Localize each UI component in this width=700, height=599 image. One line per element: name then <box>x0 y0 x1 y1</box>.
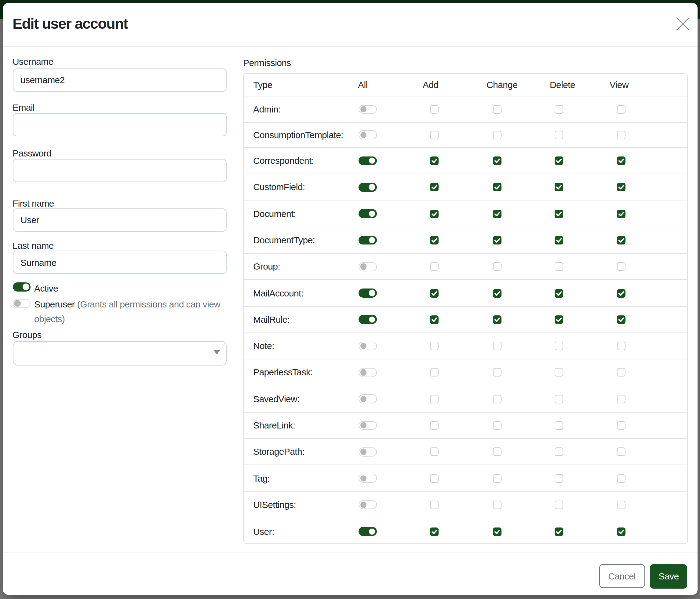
permission-delete-checkbox[interactable] <box>555 474 563 483</box>
permission-view-checkbox[interactable] <box>617 209 625 218</box>
permission-change-checkbox[interactable] <box>493 421 501 430</box>
permission-delete-checkbox[interactable] <box>555 209 563 218</box>
permission-delete-checkbox[interactable] <box>555 527 563 536</box>
permission-all-toggle[interactable] <box>358 315 377 324</box>
permission-view-checkbox[interactable] <box>617 183 625 192</box>
close-button[interactable] <box>676 18 690 31</box>
permission-all-toggle[interactable] <box>358 448 377 457</box>
permission-add-checkbox[interactable] <box>430 236 439 244</box>
permission-add-checkbox[interactable] <box>430 157 439 165</box>
permission-change-checkbox[interactable] <box>493 262 501 271</box>
permission-delete-checkbox[interactable] <box>555 315 563 324</box>
permission-type: ShareLink: <box>253 418 295 433</box>
permission-view-checkbox[interactable] <box>617 421 625 430</box>
permission-view-checkbox[interactable] <box>617 289 625 297</box>
permission-change-checkbox[interactable] <box>493 183 501 192</box>
permission-view-checkbox[interactable] <box>617 527 625 536</box>
superuser-toggle[interactable] <box>12 299 30 308</box>
permission-add-checkbox[interactable] <box>430 394 439 403</box>
permission-delete-checkbox[interactable] <box>555 236 563 244</box>
permission-delete-checkbox[interactable] <box>555 368 563 377</box>
modal-title: Edit user account <box>12 13 128 35</box>
permission-change-checkbox[interactable] <box>493 527 501 536</box>
permission-delete-checkbox[interactable] <box>555 394 563 403</box>
permission-all-toggle[interactable] <box>358 236 377 245</box>
permission-add-checkbox[interactable] <box>430 421 439 430</box>
permission-all-toggle[interactable] <box>358 209 377 218</box>
permission-change-checkbox[interactable] <box>493 315 501 324</box>
groups-select[interactable] <box>12 341 226 365</box>
permission-delete-checkbox[interactable] <box>555 183 563 192</box>
permission-change-checkbox[interactable] <box>493 342 501 350</box>
permission-add-checkbox[interactable] <box>430 183 439 192</box>
permission-view-checkbox[interactable] <box>617 105 625 114</box>
check-icon <box>617 236 625 244</box>
permission-delete-checkbox[interactable] <box>555 131 563 139</box>
save-button[interactable]: Save <box>650 564 688 588</box>
permission-delete-checkbox[interactable] <box>555 448 563 456</box>
permission-change-checkbox[interactable] <box>493 501 501 509</box>
last-name-input[interactable] <box>12 250 226 274</box>
permission-view-checkbox[interactable] <box>617 315 625 324</box>
permission-add-checkbox[interactable] <box>430 209 439 218</box>
permission-add-checkbox[interactable] <box>430 315 439 324</box>
permission-add-checkbox[interactable] <box>430 262 439 271</box>
permission-delete-checkbox[interactable] <box>555 262 563 271</box>
permission-add-checkbox[interactable] <box>430 368 439 377</box>
permission-all-toggle[interactable] <box>358 474 377 483</box>
username-input[interactable] <box>12 68 226 92</box>
permission-change-checkbox[interactable] <box>493 289 501 297</box>
permission-type: MailRule: <box>253 312 290 327</box>
permission-add-checkbox[interactable] <box>430 448 439 456</box>
permission-add-checkbox[interactable] <box>430 527 439 536</box>
permission-view-checkbox[interactable] <box>617 157 625 165</box>
permission-all-toggle[interactable] <box>358 368 377 377</box>
active-toggle[interactable] <box>12 282 30 291</box>
permission-all-toggle[interactable] <box>358 394 377 404</box>
permission-add-checkbox[interactable] <box>430 342 439 350</box>
permission-all-toggle[interactable] <box>358 105 377 114</box>
permission-view-checkbox[interactable] <box>617 394 625 403</box>
permission-change-checkbox[interactable] <box>493 157 501 165</box>
permission-view-checkbox[interactable] <box>617 448 625 456</box>
permission-change-checkbox[interactable] <box>493 448 501 456</box>
permission-all-toggle[interactable] <box>358 262 377 271</box>
permission-change-checkbox[interactable] <box>493 474 501 483</box>
permission-delete-checkbox[interactable] <box>555 421 563 430</box>
permission-all-toggle[interactable] <box>358 500 377 509</box>
permission-view-checkbox[interactable] <box>617 131 625 139</box>
password-input[interactable] <box>12 159 226 182</box>
permission-delete-checkbox[interactable] <box>555 105 563 114</box>
permission-all-toggle[interactable] <box>358 341 377 351</box>
permission-view-checkbox[interactable] <box>617 474 625 483</box>
permission-change-checkbox[interactable] <box>493 368 501 377</box>
permission-add-checkbox[interactable] <box>430 474 439 483</box>
permission-view-checkbox[interactable] <box>617 342 625 350</box>
first-name-input[interactable] <box>12 208 226 231</box>
permission-view-checkbox[interactable] <box>617 501 625 509</box>
permission-all-toggle[interactable] <box>358 421 377 430</box>
permission-delete-checkbox[interactable] <box>555 289 563 297</box>
permission-delete-checkbox[interactable] <box>555 342 563 350</box>
permission-change-checkbox[interactable] <box>493 105 501 114</box>
permission-all-toggle[interactable] <box>358 288 377 298</box>
permission-add-checkbox[interactable] <box>430 105 439 114</box>
permission-delete-checkbox[interactable] <box>555 157 563 165</box>
permission-all-toggle[interactable] <box>358 130 377 140</box>
permission-change-checkbox[interactable] <box>493 236 501 244</box>
permission-all-toggle[interactable] <box>358 183 377 192</box>
permission-delete-checkbox[interactable] <box>555 501 563 509</box>
permission-add-checkbox[interactable] <box>430 289 439 297</box>
permission-change-checkbox[interactable] <box>493 394 501 403</box>
permission-change-checkbox[interactable] <box>493 209 501 218</box>
permission-all-toggle[interactable] <box>358 156 377 165</box>
permission-view-checkbox[interactable] <box>617 368 625 377</box>
permission-change-checkbox[interactable] <box>493 131 501 139</box>
cancel-button[interactable]: Cancel <box>599 565 645 588</box>
permission-add-checkbox[interactable] <box>430 131 439 139</box>
permission-view-checkbox[interactable] <box>617 236 625 244</box>
permission-add-checkbox[interactable] <box>430 501 439 509</box>
permission-all-toggle[interactable] <box>358 527 377 536</box>
permission-view-checkbox[interactable] <box>617 262 625 271</box>
email-input[interactable] <box>12 113 226 136</box>
